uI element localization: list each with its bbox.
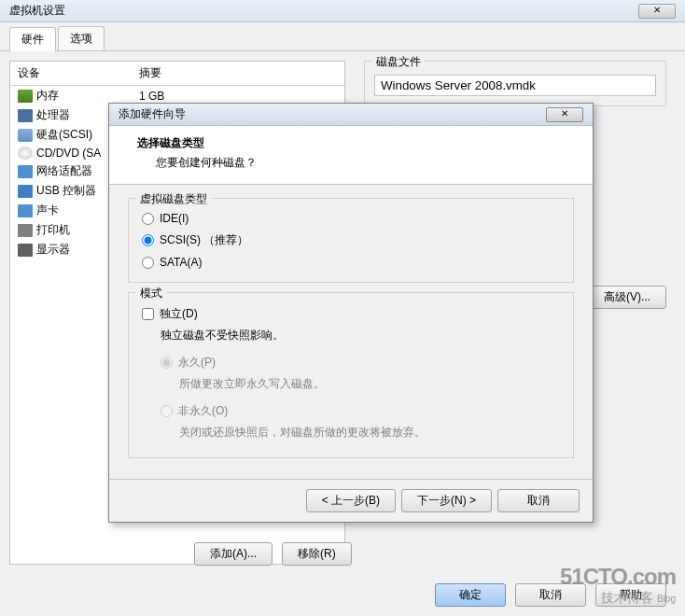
printer-icon [18,224,33,237]
wizard-footer: < 上一步(B) 下一步(N) > 取消 [109,479,593,522]
mode-fieldset: 模式 独立(D) 独立磁盘不受快照影响。 永久(P) 所做更改立即永久写入磁盘。… [128,292,574,458]
radio-nonpersistent [161,405,173,417]
usb-icon [18,185,33,198]
close-icon[interactable]: ✕ [638,4,676,19]
memory-icon [18,90,33,103]
next-button[interactable]: 下一步(N) > [401,489,492,512]
disk-file-input[interactable] [374,75,656,96]
main-title: 虚拟机设置 [9,3,65,19]
wizard-body: 虚拟磁盘类型 IDE(I) SCSI(S) （推荐） SATA(A) 模式 独立… [109,185,593,481]
wizard-header-sub: 您要创建何种磁盘？ [137,155,574,171]
disk-type-fieldset: 虚拟磁盘类型 IDE(I) SCSI(S) （推荐） SATA(A) [128,198,574,283]
wizard-cancel-button[interactable]: 取消 [497,489,580,512]
main-titlebar: 虚拟机设置 ✕ [0,0,685,22]
cd-icon [18,147,33,160]
disk-file-group: 磁盘文件 [364,61,666,106]
checkbox-independent[interactable] [142,308,154,320]
close-icon[interactable]: ✕ [546,107,583,122]
wizard-header: 选择磁盘类型 您要创建何种磁盘？ [109,126,593,185]
wizard-title: 添加硬件向导 [119,106,186,122]
sound-icon [18,204,33,217]
tab-hardware[interactable]: 硬件 [9,27,56,51]
disk-file-label: 磁盘文件 [372,54,425,70]
tabs: 硬件 选项 [0,22,685,51]
nonpersistent-desc: 关闭或还原快照后，对磁盘所做的更改将被放弃。 [161,423,560,448]
cpu-icon [18,109,33,122]
disk-type-legend: 虚拟磁盘类型 [136,191,211,207]
add-hardware-wizard: 添加硬件向导 ✕ 选择磁盘类型 您要创建何种磁盘？ 虚拟磁盘类型 IDE(I) … [108,103,594,523]
display-icon [18,244,33,257]
back-button[interactable]: < 上一步(B) [306,489,396,512]
remove-button[interactable]: 移除(R) [282,542,352,566]
radio-ide[interactable] [142,213,154,225]
radio-scsi[interactable] [142,234,154,246]
mode-legend: 模式 [136,286,166,301]
independent-desc: 独立磁盘不受快照影响。 [142,326,560,351]
device-table-header: 设备 摘要 [10,62,344,86]
persistent-desc: 所做更改立即永久写入磁盘。 [161,374,560,399]
wizard-header-title: 选择磁盘类型 [137,135,574,151]
radio-persistent [161,357,173,369]
col-summary: 摘要 [139,65,161,81]
tab-options[interactable]: 选项 [58,26,105,50]
network-icon [18,165,33,178]
ok-button[interactable]: 确定 [435,583,506,607]
col-device: 设备 [18,65,139,81]
add-button[interactable]: 添加(A)... [194,542,273,566]
disk-icon [18,129,33,142]
advanced-button[interactable]: 高级(V)... [588,286,666,309]
watermark: 51CTO.com 技术博客 Blog [560,564,676,607]
wizard-titlebar: 添加硬件向导 ✕ [109,104,593,126]
radio-sata[interactable] [142,257,154,269]
